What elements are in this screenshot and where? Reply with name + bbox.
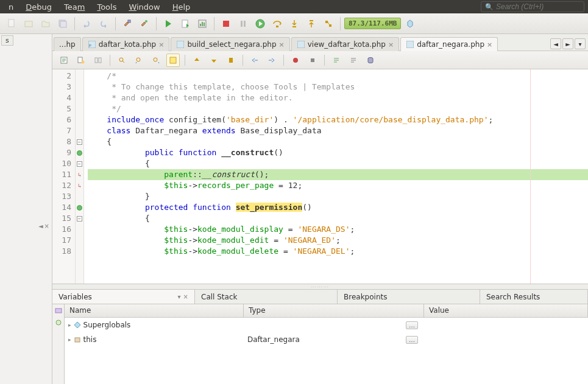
step-out-button[interactable] (303, 16, 319, 32)
quick-search[interactable]: 🔍 (481, 1, 584, 12)
tab-search-results[interactable]: Search Results (480, 290, 588, 304)
php-file-icon (406, 40, 414, 49)
gc-button[interactable] (402, 16, 418, 32)
db-button[interactable] (364, 54, 377, 67)
find-button[interactable] (115, 54, 129, 67)
menu-window[interactable]: Window (124, 1, 165, 13)
tab-list-button[interactable]: ▾ (575, 38, 586, 49)
new-file-button[interactable] (4, 16, 19, 32)
ellipsis-button[interactable]: … (406, 321, 418, 329)
pause-button[interactable] (235, 16, 251, 32)
svg-rect-15 (276, 26, 278, 27)
menu-tools[interactable]: Tools (92, 1, 121, 13)
profile-button[interactable] (194, 16, 210, 32)
macro-record-button[interactable] (289, 54, 302, 67)
svg-text:p: p (89, 43, 91, 47)
macro-stop-button[interactable] (306, 54, 319, 67)
build-button[interactable] (119, 16, 135, 32)
menu-debug[interactable]: Debug (21, 1, 57, 13)
variable-row[interactable]: ▸thisDaftar_negara… (65, 332, 588, 347)
close-icon[interactable]: × (183, 293, 188, 300)
highlight-button[interactable] (166, 54, 180, 67)
redo-button[interactable] (96, 16, 112, 32)
tab-next-button[interactable]: ► (562, 38, 573, 49)
clean-build-button[interactable] (136, 16, 152, 32)
finish-debug-button[interactable] (218, 16, 234, 32)
close-icon[interactable]: × (279, 41, 285, 49)
code-editor[interactable]: 23456789101112131415161718 −−↳↳− /* * To… (52, 69, 588, 284)
watch-icon[interactable] (54, 318, 63, 327)
history-button[interactable] (74, 54, 88, 67)
tab-prev-button[interactable]: ◄ (550, 38, 561, 49)
find-next-button[interactable] (149, 54, 163, 67)
debug-button[interactable] (177, 16, 193, 32)
search-input[interactable] (496, 2, 580, 11)
header-value[interactable]: Value (424, 304, 588, 317)
svg-rect-27 (99, 58, 101, 63)
resize-handle[interactable]: ⋯⋯⋯ (52, 284, 588, 290)
run-button[interactable] (160, 16, 176, 32)
comment-button[interactable] (330, 54, 343, 67)
variables-headers: Name Type Value (65, 304, 588, 318)
tab-view-daftar-kota[interactable]: view_daftar_kota.php× (291, 37, 399, 51)
tab-daftar-kota[interactable]: p daftar_kota.php× (82, 37, 170, 51)
prev-bookmark-button[interactable] (190, 54, 204, 67)
continue-button[interactable] (252, 16, 268, 32)
find-prev-button[interactable] (132, 54, 146, 67)
tab-build-select-negara[interactable]: build_select_negara.php× (171, 37, 289, 51)
close-icon[interactable]: × (158, 41, 164, 49)
header-name[interactable]: Name (65, 304, 244, 317)
svg-rect-32 (229, 58, 233, 63)
open-button[interactable] (38, 16, 54, 32)
class-icon[interactable] (54, 305, 63, 315)
svg-rect-31 (170, 57, 176, 63)
minimize-icon[interactable]: ▾ (178, 293, 181, 300)
tab-daftar-negara[interactable]: daftar_negara.php× (400, 37, 498, 51)
new-project-button[interactable] (21, 16, 37, 32)
source-button[interactable] (57, 54, 71, 67)
memory-indicator[interactable]: 87.3/117.6MB (344, 18, 401, 29)
menu-run-fragment[interactable]: n (4, 1, 18, 13)
step-over-button[interactable] (269, 16, 285, 32)
svg-rect-20 (177, 41, 184, 48)
search-icon: 🔍 (485, 3, 494, 11)
close-icon[interactable]: × (487, 41, 492, 49)
run-to-cursor-button[interactable] (321, 16, 336, 32)
uncomment-button[interactable] (347, 54, 360, 67)
step-into-button[interactable] (286, 16, 302, 32)
line-number-gutter[interactable]: 23456789101112131415161718 (52, 69, 76, 284)
close-icon[interactable]: × (388, 41, 394, 49)
fold-gutter[interactable]: −−↳↳− (76, 69, 84, 284)
svg-rect-13 (244, 21, 246, 27)
menu-team[interactable]: Team (59, 1, 90, 13)
svg-rect-21 (297, 41, 305, 48)
left-panel-tab[interactable]: s (1, 35, 13, 46)
tab-hp[interactable]: ...hp (54, 37, 81, 51)
tab-variables[interactable]: Variables ▾× (52, 290, 195, 304)
tab-breakpoints[interactable]: Breakpoints (338, 290, 480, 304)
save-all-button[interactable] (55, 16, 71, 32)
svg-rect-10 (204, 23, 205, 26)
toggle-bookmark-button[interactable] (224, 54, 238, 67)
svg-point-37 (56, 320, 61, 325)
left-sidebar: s ◄ × (0, 34, 52, 290)
tab-callstack[interactable]: Call Stack (195, 290, 338, 304)
menu-help[interactable]: Help (168, 1, 196, 13)
svg-rect-26 (95, 58, 97, 63)
variables-rows: ▸Superglobals…▸thisDaftar_negara… (65, 318, 588, 347)
variable-row[interactable]: ▸Superglobals… (65, 318, 588, 332)
diff-button[interactable] (91, 54, 105, 67)
shift-left-button[interactable] (248, 54, 261, 67)
svg-rect-22 (406, 41, 414, 48)
svg-rect-4 (128, 20, 130, 23)
undo-button[interactable] (79, 16, 94, 32)
code-content[interactable]: /* * To change this template, choose Too… (84, 69, 588, 284)
mute-icon[interactable]: ◄ (38, 223, 43, 229)
close-icon[interactable]: × (44, 223, 49, 229)
ellipsis-button[interactable]: … (406, 336, 418, 344)
header-type[interactable]: Type (244, 304, 424, 317)
shift-right-button[interactable] (265, 54, 278, 67)
svg-rect-17 (310, 20, 313, 21)
svg-rect-34 (311, 58, 314, 62)
next-bookmark-button[interactable] (207, 54, 221, 67)
